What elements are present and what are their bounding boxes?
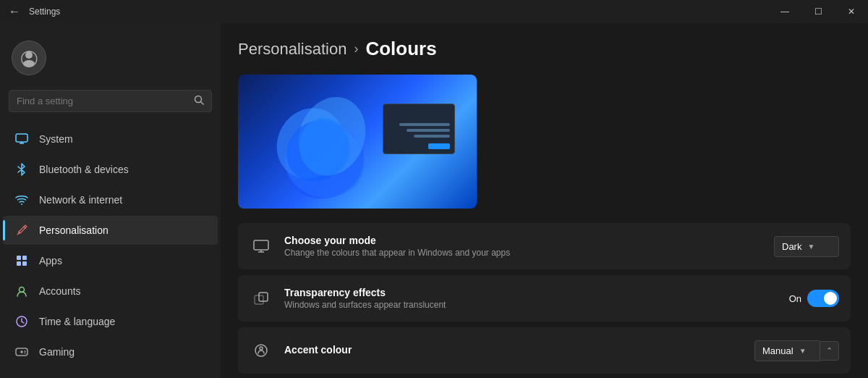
nav-item-personalisation[interactable]: Personalisation (3, 216, 218, 245)
accent-control: Manual ▼ ⌃ (754, 340, 839, 361)
apps-label: Apps (39, 255, 62, 266)
bluetooth-icon (14, 162, 29, 177)
windows-bloom-icon (260, 82, 390, 201)
hero-window-line-3 (414, 135, 450, 138)
titlebar-title: Settings (29, 7, 60, 17)
accounts-icon (14, 284, 29, 298)
apps-icon (14, 253, 29, 268)
personalisation-label: Personalisation (39, 224, 109, 236)
settings-card-accent: Accent colour Manual ▼ ⌃ (238, 327, 851, 374)
settings-card-transparency: Transparency effects Windows and surface… (238, 275, 851, 322)
breadcrumb-current: Colours (365, 38, 436, 60)
breadcrumb-separator: › (354, 41, 358, 56)
network-icon (14, 193, 29, 207)
svg-rect-25 (254, 240, 268, 250)
maximize-button[interactable]: ☐ (801, 0, 835, 23)
main-layout: ◯ (0, 23, 868, 378)
svg-point-7 (21, 203, 22, 205)
svg-rect-8 (17, 256, 21, 260)
accent-text: Accent colour (284, 344, 743, 357)
transparency-toggle[interactable] (807, 290, 839, 307)
accent-dropdown[interactable]: Manual ▼ (754, 340, 820, 361)
svg-rect-10 (17, 261, 21, 266)
mode-control: Dark ▼ (774, 236, 839, 257)
mode-text: Choose your mode Change the colours that… (284, 235, 762, 258)
chevron-down-icon: ▼ (799, 347, 807, 355)
sidebar: ◯ (0, 23, 221, 378)
svg-point-18 (25, 353, 26, 354)
nav-item-network[interactable]: Network & internet (3, 185, 218, 214)
svg-point-17 (25, 350, 26, 352)
hero-window-line-2 (407, 129, 450, 132)
transparency-toggle-container: On (789, 290, 839, 307)
avatar-area: ◯ (0, 29, 221, 90)
nav-item-system[interactable]: System (3, 125, 218, 154)
nav-item-bluetooth[interactable]: Bluetooth & devices (3, 155, 218, 184)
gaming-icon (14, 345, 29, 359)
transparency-title: Transparency effects (284, 287, 778, 298)
nav-item-accounts[interactable]: Accounts (3, 277, 218, 306)
settings-card-mode: Choose your mode Change the colours that… (238, 223, 851, 269)
user-silhouette-icon (19, 48, 39, 68)
system-icon (14, 132, 29, 146)
transparency-text: Transparency effects Windows and surface… (284, 287, 778, 310)
network-label: Network & internet (39, 194, 122, 206)
svg-point-31 (260, 347, 263, 350)
accent-expand-button[interactable]: ⌃ (820, 341, 839, 361)
bluetooth-label: Bluetooth & devices (39, 164, 129, 175)
svg-line-3 (201, 102, 204, 105)
svg-rect-4 (16, 134, 27, 142)
hero-window-overlay (383, 104, 455, 154)
breadcrumb: Personalisation › Colours (238, 38, 851, 60)
time-icon (14, 314, 29, 329)
avatar[interactable]: ◯ (12, 41, 46, 75)
nav-item-time[interactable]: Time & language (3, 307, 218, 336)
mode-dropdown[interactable]: Dark ▼ (774, 236, 839, 257)
search-input[interactable] (17, 96, 188, 106)
nav-item-gaming[interactable]: Gaming (3, 337, 218, 366)
system-label: System (39, 133, 73, 145)
accent-dropdown-value: Manual (762, 345, 793, 356)
accounts-label: Accounts (39, 285, 81, 297)
nav-item-apps[interactable]: Apps (3, 246, 218, 275)
hero-window-button (428, 143, 450, 149)
toggle-knob (824, 292, 837, 305)
chevron-up-icon: ⌃ (826, 346, 833, 356)
breadcrumb-parent[interactable]: Personalisation (238, 40, 346, 59)
svg-point-1 (23, 60, 35, 67)
close-button[interactable]: ✕ (835, 0, 868, 23)
mode-subtitle: Change the colours that appear in Window… (284, 248, 762, 258)
mode-icon (250, 235, 273, 258)
time-label: Time & language (39, 316, 115, 327)
search-box[interactable] (9, 90, 212, 112)
accent-title: Accent colour (284, 344, 743, 356)
transparency-subtitle: Windows and surfaces appear translucent (284, 300, 778, 310)
mode-dropdown-value: Dark (782, 241, 801, 252)
toggle-on-label: On (789, 293, 801, 304)
search-icon (194, 95, 204, 107)
personalisation-icon (14, 223, 29, 238)
hero-image (238, 75, 477, 209)
mode-title: Choose your mode (284, 235, 762, 246)
transparency-control: On (789, 290, 839, 307)
content-area: Personalisation › Colours (221, 23, 868, 378)
back-icon[interactable]: ← (9, 5, 20, 18)
svg-rect-11 (22, 261, 27, 266)
window-controls: — ☐ ✕ (768, 0, 868, 23)
svg-point-0 (25, 51, 33, 59)
hero-window-line-1 (399, 123, 450, 126)
titlebar: ← Settings — ☐ ✕ (0, 0, 868, 23)
transparency-icon (250, 287, 273, 310)
gaming-label: Gaming (39, 346, 75, 358)
svg-rect-9 (22, 256, 27, 260)
wallpaper-preview (238, 75, 477, 209)
accent-icon (250, 339, 273, 362)
minimize-button[interactable]: — (768, 0, 801, 23)
chevron-down-icon: ▼ (807, 243, 814, 251)
